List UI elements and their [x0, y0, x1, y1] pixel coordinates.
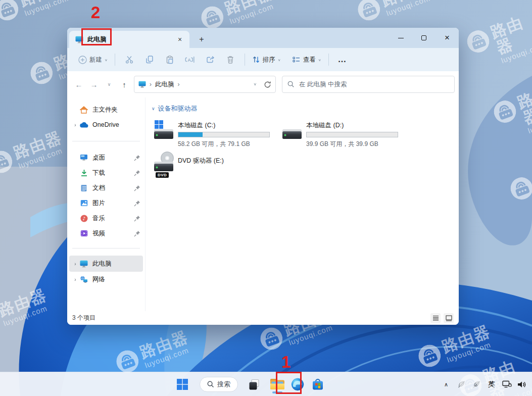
collapse-chevron-icon[interactable]: ∨: [152, 106, 155, 111]
tab-this-pc[interactable]: 此电脑 ×: [69, 31, 189, 48]
drive-usage-fill: [178, 132, 203, 137]
onedrive-icon: [79, 122, 88, 128]
copy-button[interactable]: [139, 51, 160, 69]
sidebar-item-label: 视频: [92, 229, 133, 238]
sidebar-item-network[interactable]: › 网络: [69, 272, 143, 287]
view-icon: [292, 56, 301, 64]
tab-close-icon[interactable]: ×: [174, 34, 185, 45]
hard-drive-icon: [154, 128, 174, 139]
window-titlebar[interactable]: 此电脑 × + ×: [67, 28, 459, 48]
taskbar-search[interactable]: 搜索: [200, 377, 238, 392]
drive-caption: 58.2 GB 可用，共 79.1 GB: [178, 140, 270, 148]
section-devices-and-drives[interactable]: ∨ 设备和驱动器: [152, 104, 459, 113]
sidebar-item-label: OneDrive: [92, 121, 141, 128]
this-pc-icon: [75, 36, 83, 43]
up-button[interactable]: ↑: [117, 77, 132, 91]
network-icon: [79, 276, 88, 283]
network-tray-icon[interactable]: [501, 377, 513, 392]
drive-usage-bar: [306, 132, 398, 137]
chevron-down-icon: ∨: [105, 58, 108, 61]
minimize-button[interactable]: [389, 28, 412, 48]
downloads-icon: [79, 169, 88, 177]
new-button[interactable]: 新建 ∨: [75, 51, 111, 69]
maximize-button[interactable]: [412, 28, 436, 48]
refresh-icon[interactable]: [264, 81, 271, 88]
new-tab-button[interactable]: +: [196, 34, 208, 45]
desktop-screen: 搜索: [0, 0, 532, 396]
expand-chevron-icon[interactable]: ›: [71, 261, 79, 267]
disabled-device-icon-1[interactable]: [455, 377, 467, 392]
sort-button[interactable]: 排序 ∨: [249, 51, 284, 69]
sidebar-item-desktop[interactable]: 桌面: [69, 150, 143, 165]
more-options-button[interactable]: …: [333, 55, 352, 65]
windows-logo-icon: [155, 120, 163, 129]
share-button[interactable]: [200, 51, 220, 69]
back-button[interactable]: ←: [71, 77, 86, 91]
sidebar-divider: [72, 248, 140, 249]
paste-button[interactable]: [160, 51, 180, 69]
large-icons-view-button[interactable]: [444, 313, 454, 323]
expand-chevron-icon[interactable]: ›: [71, 276, 79, 282]
sidebar-item-label: 文档: [92, 184, 133, 192]
file-explorer-icon: [270, 378, 285, 391]
task-view-button[interactable]: [244, 374, 264, 394]
delete-button[interactable]: [220, 51, 240, 69]
svg-text:♪: ♪: [82, 215, 85, 221]
drive-tile-c[interactable]: 本地磁盘 (C:) 58.2 GB 可用，共 79.1 GB: [153, 120, 281, 148]
breadcrumb-this-pc[interactable]: 此电脑: [155, 80, 174, 89]
chevron-down-icon: ∨: [278, 58, 281, 61]
address-dropdown-chevron[interactable]: ∨: [253, 82, 257, 86]
forward-button[interactable]: →: [86, 77, 102, 91]
search-input[interactable]: 在 此电脑 中搜索: [282, 76, 455, 93]
sidebar-item-videos[interactable]: 视频: [69, 226, 143, 241]
toolbar-divider: [115, 54, 115, 66]
desktop-icon: [79, 154, 88, 161]
sidebar-item-documents[interactable]: 文档: [69, 180, 143, 195]
start-button[interactable]: [172, 374, 192, 394]
sidebar-item-onedrive[interactable]: › OneDrive: [69, 117, 143, 132]
sidebar-item-pictures[interactable]: 图片: [69, 195, 143, 211]
edge-icon: [291, 378, 304, 391]
dvd-drive-icon: [154, 161, 174, 172]
edge-button[interactable]: [287, 374, 308, 394]
rename-button[interactable]: A: [180, 51, 200, 69]
plus-circle-icon: [78, 56, 87, 64]
this-pc-icon: [79, 260, 88, 268]
hidden-icons-chevron[interactable]: ∧: [440, 377, 452, 392]
microsoft-store-button[interactable]: [308, 374, 328, 394]
drive-tile-d[interactable]: 本地磁盘 (D:) 39.9 GB 可用，共 39.9 GB: [281, 120, 409, 148]
details-view-button[interactable]: [430, 313, 441, 323]
navigation-pane: 主文件夹 › OneDrive 桌面: [67, 97, 145, 311]
drive-tile-e[interactable]: DVD DVD 驱动器 (E:): [153, 153, 281, 179]
view-button[interactable]: 查看 ∨: [289, 51, 324, 69]
ime-language-indicator[interactable]: 英: [486, 377, 498, 392]
status-bar: 3 个项目: [67, 311, 459, 325]
expand-chevron-icon[interactable]: ›: [71, 122, 79, 128]
recent-locations-button[interactable]: ∨: [102, 77, 117, 91]
taskbar-search-label: 搜索: [217, 380, 230, 389]
cut-icon: [125, 55, 134, 64]
microsoft-store-icon: [311, 378, 324, 391]
item-count: 3 个项目: [72, 314, 95, 322]
pin-icon: [133, 185, 141, 191]
address-bar[interactable]: › 此电脑 › ∨: [134, 76, 276, 93]
sidebar-item-music[interactable]: ♪ 音乐: [69, 211, 143, 226]
rename-icon: A: [185, 55, 195, 64]
close-button[interactable]: ×: [436, 28, 459, 48]
sidebar-item-this-pc[interactable]: › 此电脑: [69, 256, 143, 272]
sidebar-item-label: 主文件夹: [92, 106, 141, 114]
cut-button[interactable]: [119, 51, 139, 69]
disabled-device-icon-2[interactable]: [470, 377, 482, 392]
sidebar-item-label: 桌面: [92, 154, 133, 162]
sidebar-item-downloads[interactable]: 下载: [69, 165, 143, 180]
sidebar-item-home[interactable]: 主文件夹: [69, 102, 143, 117]
file-explorer-button[interactable]: [267, 374, 287, 394]
dvd-badge: DVD: [156, 172, 169, 178]
volume-tray-icon[interactable]: [516, 377, 528, 392]
sidebar-item-label: 网络: [92, 275, 141, 284]
hard-drive-icon: [282, 128, 302, 139]
pin-icon: [133, 155, 141, 161]
new-button-label: 新建: [89, 56, 102, 64]
sort-icon: [252, 56, 260, 64]
music-icon: ♪: [79, 215, 88, 222]
